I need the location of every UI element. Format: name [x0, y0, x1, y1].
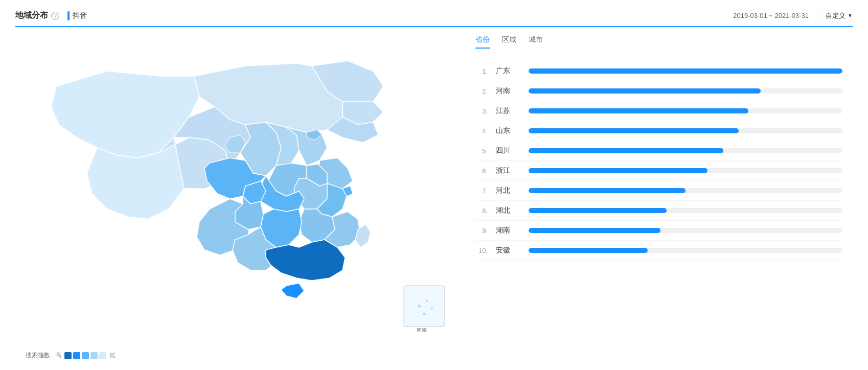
rank-province-name: 河北: [496, 186, 520, 195]
rank-province-name: 湖南: [496, 226, 520, 235]
rank-item-8: 8. 湖北: [475, 201, 842, 221]
rank-number: 3.: [475, 107, 488, 115]
rank-item-6: 6. 浙江: [475, 161, 842, 181]
svg-rect-0: [404, 286, 445, 327]
divider: [817, 12, 817, 20]
tab-city[interactable]: 城市: [529, 35, 543, 49]
rank-province-name: 四川: [496, 146, 520, 155]
rank-bar-fill: [529, 128, 739, 133]
rank-item-7: 7. 河北: [475, 181, 842, 201]
main-content: 南海 搜索指数 高: [15, 35, 853, 360]
rank-item-4: 4. 山东: [475, 121, 842, 141]
rank-bar-container: [529, 188, 842, 193]
legend-squares: [64, 352, 106, 359]
help-icon[interactable]: ?: [51, 12, 59, 20]
rank-province-name: 湖北: [496, 206, 520, 215]
legend-color-1: [64, 352, 72, 359]
rank-bar-fill: [529, 148, 723, 153]
rank-bar-container: [529, 108, 842, 113]
page-title: 地域分布: [15, 10, 48, 21]
tabs-container: 省份 区域 城市: [475, 35, 842, 53]
rank-number: 2.: [475, 87, 488, 95]
rank-item-10: 10. 安徽: [475, 241, 842, 261]
platform-bar-indicator: [67, 11, 70, 20]
rank-item-1: 1. 广东: [475, 61, 842, 81]
header-underline: [15, 26, 853, 27]
rank-item-2: 2. 河南: [475, 81, 842, 101]
rank-number: 5.: [475, 147, 488, 155]
dropdown-icon: ▼: [848, 13, 853, 18]
legend-low-label: 低: [109, 351, 116, 360]
rank-bar-container: [529, 248, 842, 253]
header-left: 地域分布 ? 抖音: [15, 10, 87, 21]
china-map: 南海: [15, 35, 455, 332]
legend-color-2: [73, 352, 80, 359]
rank-province-name: 安徽: [496, 246, 520, 255]
legend-color-4: [90, 352, 98, 359]
rank-province-name: 河南: [496, 86, 520, 96]
rank-bar-container: [529, 128, 842, 133]
rank-bar-fill: [529, 88, 761, 94]
map-area: 南海 搜索指数 高: [15, 35, 455, 360]
rank-item-9: 9. 湖南: [475, 221, 842, 241]
rank-province-name: 浙江: [496, 166, 520, 175]
tab-region[interactable]: 区域: [502, 35, 516, 49]
rank-bar-container: [529, 148, 842, 153]
rank-bar-fill: [529, 168, 707, 173]
rank-item-3: 3. 江苏: [475, 101, 842, 121]
rank-number: 8.: [475, 207, 488, 215]
custom-button[interactable]: 自定义 ▼: [826, 11, 853, 20]
rank-bar-fill: [529, 108, 748, 113]
date-range: 2019-03-01 ~ 2021-03-31: [733, 12, 809, 19]
rank-bar-fill: [529, 208, 667, 213]
svg-point-3: [423, 313, 426, 315]
platform-tag: 抖音: [67, 11, 87, 20]
rank-bar-container: [529, 228, 842, 233]
map-legend: 搜索指数 高 低: [15, 346, 455, 360]
legend-color-3: [82, 352, 89, 359]
rank-bar-fill: [529, 228, 660, 233]
legend-high-label: 高: [55, 351, 61, 360]
right-panel: 省份 区域 城市 1. 广东 2. 河南 3. 江苏 4.: [455, 35, 853, 360]
svg-point-5: [426, 300, 428, 302]
rank-province-name: 江苏: [496, 106, 520, 115]
page-header: 地域分布 ? 抖音 2019-03-01 ~ 2021-03-31 自定义 ▼: [15, 10, 853, 21]
svg-point-2: [418, 305, 421, 308]
rank-bar-container: [529, 208, 842, 213]
map-svg-container: 南海: [15, 35, 455, 346]
svg-point-4: [431, 308, 433, 310]
header-right: 2019-03-01 ~ 2021-03-31 自定义 ▼: [733, 11, 853, 20]
svg-text:南海: 南海: [417, 327, 427, 332]
rank-bar-fill: [529, 68, 842, 74]
tab-province[interactable]: 省份: [475, 35, 490, 49]
rank-bar-fill: [529, 188, 686, 193]
rank-bar-fill: [529, 248, 648, 253]
rank-item-5: 5. 四川: [475, 141, 842, 161]
rank-number: 4.: [475, 127, 488, 135]
rank-bar-container: [529, 88, 842, 94]
rank-bar-container: [529, 68, 842, 74]
rank-province-name: 山东: [496, 126, 520, 135]
platform-label: 抖音: [73, 11, 87, 20]
rank-number: 6.: [475, 167, 488, 175]
page-container: 地域分布 ? 抖音 2019-03-01 ~ 2021-03-31 自定义 ▼: [0, 0, 868, 370]
legend-color-5: [99, 352, 106, 359]
rank-province-name: 广东: [496, 66, 520, 76]
rank-bar-container: [529, 168, 842, 173]
rank-number: 9.: [475, 227, 488, 235]
rank-number: 7.: [475, 187, 488, 195]
legend-title: 搜索指数: [26, 351, 50, 360]
rank-list: 1. 广东 2. 河南 3. 江苏 4. 山东 5. 四川: [475, 61, 842, 261]
rank-number: 10.: [475, 247, 488, 255]
rank-number: 1.: [475, 67, 488, 75]
